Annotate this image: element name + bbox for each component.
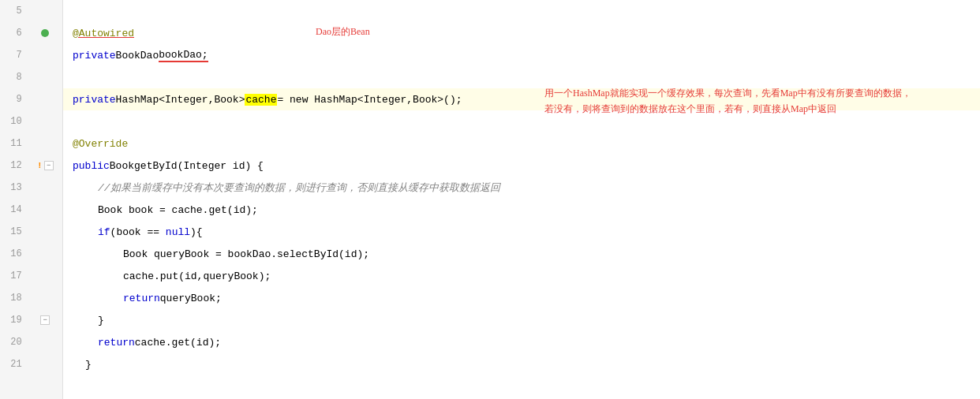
gutter-icons-6 [28,29,62,37]
fold-icon[interactable]: − [44,161,54,170]
code-line-9: private HashMap<Integer,Book> cache = ne… [63,88,980,110]
line-num-19: 19 [0,315,28,326]
kw-return-18: return [123,293,160,304]
code-line-11: @Override [63,132,980,155]
kw-private-9: private [73,94,116,106]
gutter-row-18: 18 [0,287,62,309]
return-type: Book [110,160,134,172]
close-brace-21: } [85,359,92,371]
override-annotation: @Override [73,138,128,150]
line-num-11: 11 [0,138,28,149]
code-area: @Autowired Dao层的Bean private BookDao boo… [63,0,980,399]
book-decl: Book book = cache.get(id); [98,204,258,216]
gutter-row-9: 9 [0,88,62,110]
green-dot-icon [41,29,49,37]
code-line-21: } [63,353,980,375]
kw-return-20: return [98,337,135,349]
line-num-10: 10 [0,116,28,127]
gutter-row-8: 8 [0,66,62,88]
return-cache: cache.get(id); [135,337,221,349]
close-brace-19: } [98,315,104,326]
gutter-row-21: 21 [0,353,62,375]
gutter-row-6: 6 [0,22,62,44]
bookdao-var: bookDao; [159,49,208,62]
code-line-19: } [63,309,980,331]
line-num-8: 8 [0,72,28,83]
gutter-row-10: 10 [0,110,62,132]
gutter-row-19: 19 − [0,309,62,331]
gutter-row-15: 15 [0,221,62,243]
method-name: getById(Integer id) { [134,160,264,172]
code-line-13: //如果当前缓存中没有本次要查询的数据，则进行查询，否则直接从缓存中获取数据返回 [63,177,980,199]
line-num-14: 14 [0,204,28,215]
code-line-16: Book queryBook = bookDao.selectById(id); [63,243,980,265]
code-line-15: if(book == null){ [63,221,980,243]
hashmap-type: HashMap<Integer,Book> [116,94,245,106]
gutter-icons-19: − [28,315,62,325]
code-line-10 [63,110,980,132]
bookdao-type: BookDao [116,50,159,62]
code-line-18: return queryBook; [63,287,980,309]
gutter-row-20: 20 [0,331,62,353]
fold-icon-19[interactable]: − [40,315,50,325]
code-line-5 [63,0,980,22]
gutter-row-13: 13 [0,177,62,199]
return-querybook: queryBook; [160,293,222,304]
line-num-15: 15 [0,226,28,237]
line-num-12: 12 [0,160,28,171]
line-num-16: 16 [0,248,28,259]
code-line-14: Book book = cache.get(id); [63,199,980,221]
line-num-9: 9 [0,94,28,105]
autowired-annotation: @Autowired [73,28,134,39]
query-book: Book queryBook = bookDao.selectById(id); [123,248,369,260]
line-num-17: 17 [0,270,28,282]
kw-private-7: private [73,50,116,62]
gutter-row-17: 17 [0,265,62,287]
line-num-13: 13 [0,182,28,193]
comment-line: //如果当前缓存中没有本次要查询的数据，则进行查询，否则直接从缓存中获取数据返回 [98,181,500,195]
code-line-6: @Autowired Dao层的Bean [63,22,980,44]
line-num-7: 7 [0,50,28,61]
code-line-7: private BookDao bookDao; [63,44,980,66]
line-num-21: 21 [0,359,28,370]
line-gutter: 5 6 7 8 9 10 11 [0,0,63,399]
code-lines: @Autowired Dao层的Bean private BookDao boo… [63,0,980,375]
code-line-12: public Book getById(Integer id) { [63,155,980,177]
line-num-5: 5 [0,6,28,17]
if-null: if(book == null){ [98,226,203,238]
cache-keyword: cache [245,94,277,106]
code-line-20: return cache.get(id); [63,331,980,353]
annotation-text-1: 用一个HashMap就能实现一个缓存效果，每次查询，先看Map中有没有所要查询的… [544,88,911,99]
gutter-row-14: 14 [0,199,62,221]
dao-annotation: Dao层的Bean [316,25,370,39]
line-num-20: 20 [0,337,28,348]
gutter-row-12: 12 ! − [0,155,62,177]
line-num-6: 6 [0,28,28,39]
gutter-row-7: 7 [0,44,62,66]
code-line-17: cache.put(id,queryBook); [63,265,980,287]
hashmap-new: = new HashMap<Integer,Book>(); [277,94,462,106]
gutter-row-5: 5 [0,0,62,22]
gutter-row-16: 16 [0,243,62,265]
gutter-row-11: 11 [0,132,62,155]
line-num-18: 18 [0,293,28,304]
kw-public: public [73,160,110,172]
gutter-icons-12: ! − [28,161,62,170]
editor-container: 5 6 7 8 9 10 11 [0,0,980,399]
warning-icon: ! [37,161,43,170]
cache-put: cache.put(id,queryBook); [123,270,271,282]
